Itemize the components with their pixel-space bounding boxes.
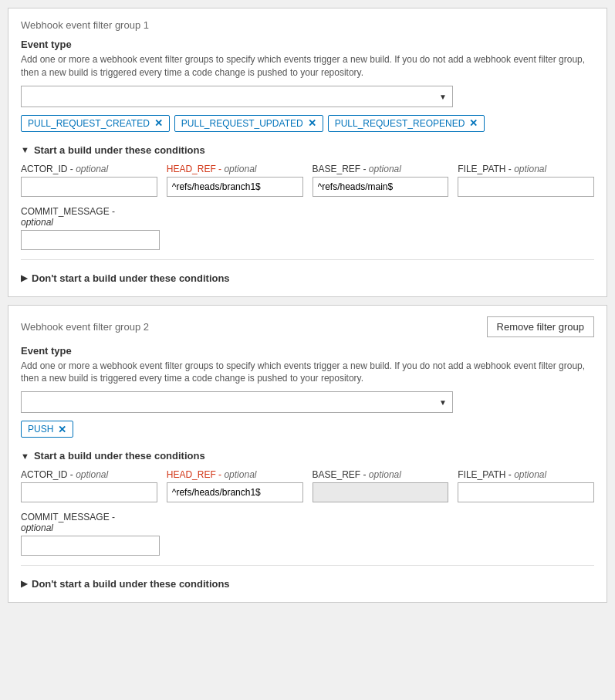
group1-start-conditions-label: Start a build under these conditions <box>34 144 205 156</box>
group1-divider <box>21 259 594 260</box>
group2-dont-start-header[interactable]: ▶ Don't start a build under these condit… <box>21 575 594 590</box>
group1-dropdown-wrapper: PULL_REQUEST_CREATED PULL_REQUEST_UPDATE… <box>21 86 453 107</box>
group1-actor-id-label: ACTOR_ID - optional <box>21 164 157 174</box>
group1-head-ref-field: HEAD_REF - optional <box>167 164 303 197</box>
remove-filter-group-button[interactable]: Remove filter group <box>487 316 594 337</box>
group1-start-conditions-arrow-icon: ▼ <box>21 145 29 154</box>
filter-group-2: Webhook event filter group 2 Remove filt… <box>8 305 607 604</box>
group2-commit-message-label: COMMIT_MESSAGE -optional <box>21 512 160 533</box>
tag-label: PULL_REQUEST_CREATED <box>28 118 150 129</box>
group2-dropdown-wrapper: PUSH PULL_REQUEST_CREATED ▼ <box>21 391 453 413</box>
tag-remove-pull-request-updated[interactable]: ✕ <box>308 118 316 128</box>
tag-remove-pull-request-reopened[interactable]: ✕ <box>469 118 478 128</box>
group2-start-conditions-arrow-icon: ▼ <box>21 451 29 461</box>
group2-head-ref-label: HEAD_REF - optional <box>167 469 303 480</box>
group1-event-type-select[interactable]: PULL_REQUEST_CREATED PULL_REQUEST_UPDATE… <box>21 86 453 107</box>
group2-start-conditions-label: Start a build under these conditions <box>34 450 205 462</box>
group1-title: Webhook event filter group 1 <box>21 19 149 31</box>
group2-dont-start-label: Don't start a build under these conditio… <box>32 578 230 590</box>
tag-push: PUSH ✕ <box>21 421 73 438</box>
group1-tags-container: PULL_REQUEST_CREATED ✕ PULL_REQUEST_UPDA… <box>21 115 594 132</box>
page-wrapper: Webhook event filter group 1 Event type … <box>0 0 615 700</box>
filter-group-1: Webhook event filter group 1 Event type … <box>8 8 607 297</box>
group2-head-ref-input[interactable] <box>167 482 303 502</box>
group2-file-path-label: FILE_PATH - optional <box>458 469 594 480</box>
group1-file-path-field: FILE_PATH - optional <box>458 164 594 197</box>
group2-conditions-grid: ACTOR_ID - optional HEAD_REF - optional … <box>21 469 594 502</box>
group2-file-path-input[interactable] <box>458 482 594 502</box>
group2-file-path-field: FILE_PATH - optional <box>458 469 594 502</box>
group1-head-ref-label: HEAD_REF - optional <box>167 164 303 174</box>
group1-dont-start-header[interactable]: ▶ Don't start a build under these condit… <box>21 269 594 284</box>
group2-dont-start-arrow-icon: ▶ <box>21 579 27 589</box>
group2-start-conditions-header[interactable]: ▼ Start a build under these conditions <box>21 445 594 462</box>
group2-commit-message-input[interactable] <box>21 536 160 556</box>
group1-commit-message-label: COMMIT_MESSAGE -optional <box>21 206 160 228</box>
group1-start-conditions-header[interactable]: ▼ Start a build under these conditions <box>21 140 594 156</box>
tag-label: PULL_REQUEST_UPDATED <box>181 118 303 129</box>
group1-event-type-label: Event type <box>21 39 594 50</box>
group2-title: Webhook event filter group 2 <box>21 321 149 333</box>
group2-base-ref-input[interactable] <box>313 482 449 502</box>
group1-event-type-desc: Add one or more a webhook event filter g… <box>21 53 594 79</box>
group1-file-path-label: FILE_PATH - optional <box>458 164 594 174</box>
group2-event-type-select[interactable]: PUSH PULL_REQUEST_CREATED <box>21 391 453 413</box>
group1-head-ref-input[interactable] <box>167 177 303 197</box>
group2-actor-id-field: ACTOR_ID - optional <box>21 469 157 502</box>
tag-push-label: PUSH <box>28 424 53 435</box>
group1-base-ref-label: BASE_REF - optional <box>313 164 449 174</box>
tag-pull-request-reopened: PULL_REQUEST_REOPENED ✕ <box>328 115 485 132</box>
group2-divider <box>21 565 594 566</box>
group2-event-type-label: Event type <box>21 345 594 357</box>
group1-file-path-input[interactable] <box>458 177 594 197</box>
group2-tags-container: PUSH ✕ <box>21 421 594 438</box>
tag-label: PULL_REQUEST_REOPENED <box>335 118 465 129</box>
tag-pull-request-updated: PULL_REQUEST_UPDATED ✕ <box>174 115 323 132</box>
group2-actor-id-input[interactable] <box>21 482 157 502</box>
group1-dont-start-label: Don't start a build under these conditio… <box>32 272 230 284</box>
group1-base-ref-field: BASE_REF - optional <box>313 164 449 197</box>
group2-base-ref-field: BASE_REF - optional <box>313 469 449 502</box>
group1-actor-id-input[interactable] <box>21 177 157 197</box>
tag-remove-pull-request-created[interactable]: ✕ <box>154 118 163 128</box>
group1-commit-message-group: COMMIT_MESSAGE -optional <box>21 206 160 250</box>
group2-actor-id-label: ACTOR_ID - optional <box>21 469 157 480</box>
group1-base-ref-input[interactable] <box>313 177 449 197</box>
group2-head-ref-field: HEAD_REF - optional <box>167 469 303 502</box>
group1-dont-start-arrow-icon: ▶ <box>21 273 27 283</box>
group1-actor-id-field: ACTOR_ID - optional <box>21 164 157 197</box>
tag-remove-push[interactable]: ✕ <box>58 424 66 435</box>
group2-commit-message-group: COMMIT_MESSAGE -optional <box>21 512 160 556</box>
group2-header: Webhook event filter group 2 Remove filt… <box>21 316 594 337</box>
group1-conditions-grid: ACTOR_ID - optional HEAD_REF - optional … <box>21 164 594 197</box>
group1-header: Webhook event filter group 1 <box>21 19 594 31</box>
group1-commit-message-input[interactable] <box>21 230 160 250</box>
group2-event-type-desc: Add one or more a webhook event filter g… <box>21 360 594 386</box>
group2-base-ref-label: BASE_REF - optional <box>313 469 449 480</box>
tag-pull-request-created: PULL_REQUEST_CREATED ✕ <box>21 115 170 132</box>
